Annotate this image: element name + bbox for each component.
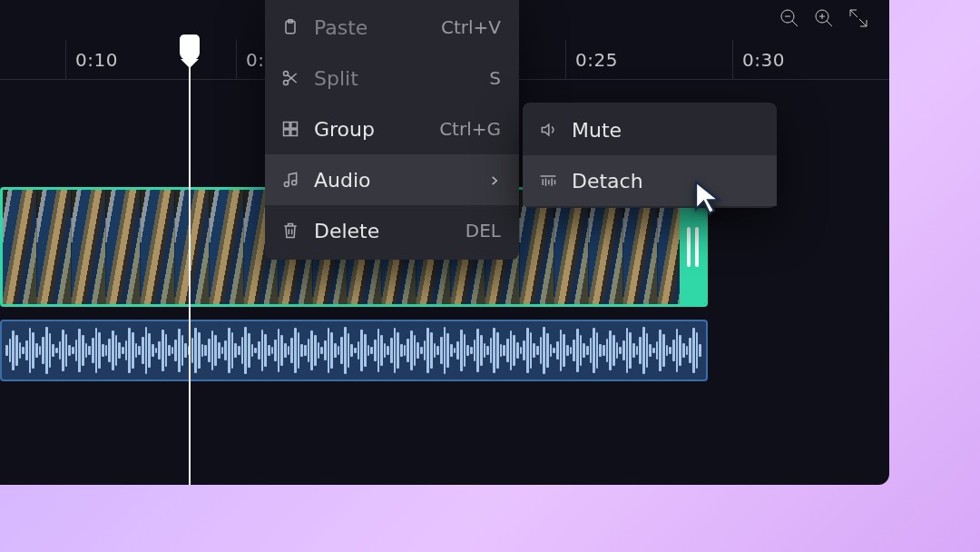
svg-point-20 bbox=[292, 181, 297, 185]
audio-waveform bbox=[2, 325, 706, 376]
svg-line-4 bbox=[827, 21, 832, 26]
timeline-panel: 0:10 0:15 0:25 0:30 Paste Ctrl+V Split bbox=[0, 0, 889, 485]
ruler-mark: 0:25 bbox=[565, 40, 618, 79]
delete-icon bbox=[278, 222, 303, 240]
menu-item-label: Delete bbox=[314, 220, 379, 242]
menu-item-paste[interactable]: Paste Ctrl+V bbox=[265, 2, 519, 53]
menu-item-shortcut: Ctrl+G bbox=[439, 118, 501, 140]
menu-item-shortcut: DEL bbox=[466, 220, 501, 242]
menu-item-label: Paste bbox=[314, 16, 368, 39]
menu-item-shortcut: S bbox=[489, 67, 501, 89]
menu-item-label: Split bbox=[314, 67, 358, 90]
speaker-icon bbox=[535, 121, 561, 139]
submenu-item-label: Detach bbox=[572, 170, 643, 192]
chevron-right-icon bbox=[488, 169, 501, 192]
ruler-mark: 0:30 bbox=[732, 40, 785, 79]
menu-item-label: Group bbox=[314, 118, 375, 141]
menu-item-group[interactable]: Group Ctrl+G bbox=[265, 104, 519, 154]
svg-line-8 bbox=[859, 19, 867, 26]
svg-rect-16 bbox=[291, 123, 298, 129]
paste-icon bbox=[278, 18, 303, 36]
playhead[interactable] bbox=[189, 40, 191, 485]
fit-icon[interactable] bbox=[848, 7, 869, 33]
svg-line-7 bbox=[850, 10, 858, 17]
music-icon bbox=[278, 171, 303, 189]
svg-rect-15 bbox=[284, 123, 290, 129]
submenu-item-mute[interactable]: Mute bbox=[523, 104, 777, 155]
ruler-mark: 0:10 bbox=[65, 40, 118, 79]
detach-icon bbox=[535, 172, 561, 190]
menu-item-shortcut: Ctrl+V bbox=[441, 16, 501, 38]
menu-item-delete[interactable]: Delete DEL bbox=[265, 205, 519, 256]
split-icon bbox=[278, 69, 303, 87]
context-menu: Paste Ctrl+V Split S Group Ctrl+G Audio bbox=[265, 0, 519, 260]
timeline-toolbar bbox=[779, 7, 869, 33]
group-icon bbox=[278, 120, 303, 138]
svg-rect-18 bbox=[291, 130, 298, 136]
menu-item-label: Audio bbox=[314, 169, 371, 192]
svg-marker-23 bbox=[542, 124, 549, 135]
audio-submenu: Mute Detach bbox=[523, 103, 777, 208]
svg-line-14 bbox=[288, 74, 297, 81]
svg-rect-17 bbox=[284, 130, 290, 136]
playhead-handle[interactable] bbox=[180, 34, 200, 60]
submenu-item-detach[interactable]: Detach bbox=[523, 155, 777, 206]
submenu-item-label: Mute bbox=[572, 119, 622, 142]
zoom-in-icon[interactable] bbox=[813, 7, 835, 33]
svg-line-13 bbox=[288, 75, 297, 83]
zoom-out-icon[interactable] bbox=[779, 7, 800, 33]
svg-point-11 bbox=[284, 72, 289, 76]
menu-item-audio[interactable]: Audio bbox=[265, 154, 519, 205]
audio-clip[interactable] bbox=[0, 320, 708, 381]
svg-point-12 bbox=[284, 81, 289, 85]
mouse-cursor bbox=[691, 179, 728, 215]
menu-item-split[interactable]: Split S bbox=[265, 53, 519, 104]
svg-line-1 bbox=[792, 21, 798, 26]
